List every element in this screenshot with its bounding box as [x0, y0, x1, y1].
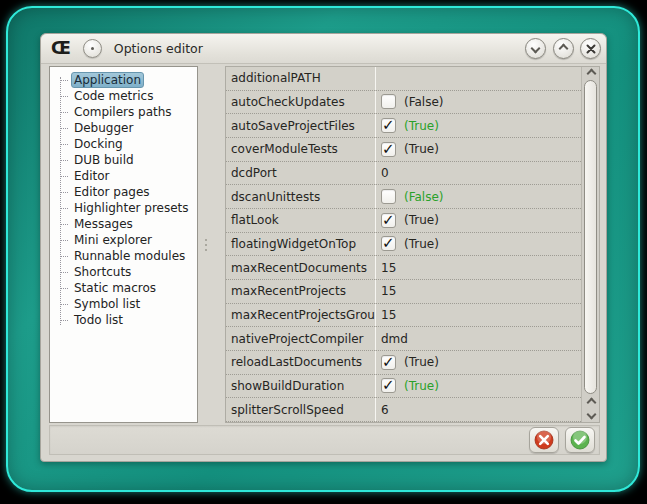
accept-button[interactable] [565, 427, 595, 453]
property-value[interactable]: (True) [375, 209, 581, 232]
tree-branch [60, 192, 68, 193]
sidebar-item-dub-build[interactable]: DUB build [50, 152, 197, 168]
scroll-up-button[interactable] [582, 67, 600, 80]
property-value[interactable]: (False) [375, 91, 581, 114]
table-row: splitterScrollSpeed 6 [226, 398, 581, 422]
table-row: autoSaveProjectFiles (True) [226, 114, 581, 138]
table-row: maxRecentDocuments 15 [226, 256, 581, 280]
property-name[interactable]: autoSaveProjectFiles [226, 119, 375, 133]
tree-branch [60, 160, 68, 161]
checkbox[interactable] [381, 355, 396, 370]
sidebar-item-editor-pages[interactable]: Editor pages [50, 184, 197, 200]
property-name[interactable]: maxRecentDocuments [226, 261, 375, 275]
property-value[interactable]: dmd [375, 327, 581, 350]
property-value[interactable]: (True) [375, 233, 581, 256]
sidebar-item-messages[interactable]: Messages [50, 216, 197, 232]
sidebar-item-todo-list[interactable]: Todo list [50, 312, 197, 328]
app-icon: Œ [51, 40, 71, 57]
checkbox[interactable] [381, 378, 396, 393]
table-row: showBuildDuration (True) [226, 375, 581, 399]
sidebar-item-code-metrics[interactable]: Code metrics [50, 88, 197, 104]
close-button[interactable] [580, 38, 601, 59]
table-row: flatLook (True) [226, 209, 581, 233]
scrollbar-thumb[interactable] [584, 80, 597, 394]
property-value[interactable]: 15 [375, 256, 581, 279]
tree-branch [60, 208, 68, 209]
sidebar-item-mini-explorer[interactable]: Mini explorer [50, 232, 197, 248]
close-icon [586, 44, 596, 54]
shade-button[interactable] [525, 38, 546, 59]
sidebar-item-highlighter-presets[interactable]: Highlighter presets [50, 200, 197, 216]
categories-tree[interactable]: Application Code metrics Compilers paths… [49, 66, 198, 423]
property-name[interactable]: autoCheckUpdates [226, 95, 375, 109]
property-value[interactable]: 15 [375, 304, 581, 327]
property-name[interactable]: splitterScrollSpeed [226, 403, 375, 417]
property-value[interactable]: (True) [375, 351, 581, 374]
checkbox[interactable] [381, 189, 396, 204]
menu-dot-icon [91, 47, 94, 50]
options-editor-window: Œ Options editor Application Code metric… [40, 33, 607, 462]
sidebar-item-docking[interactable]: Docking [50, 136, 197, 152]
tree-branch [60, 256, 68, 257]
checkbox[interactable] [381, 94, 396, 109]
property-value[interactable]: (True) [375, 114, 581, 137]
sidebar-item-symbol-list[interactable]: Symbol list [50, 296, 197, 312]
property-name[interactable]: floatingWidgetOnTop [226, 237, 375, 251]
tree-branch [60, 128, 68, 129]
property-value[interactable]: 6 [375, 398, 581, 421]
sidebar-item-application[interactable]: Application [50, 72, 197, 88]
tree-branch [60, 176, 68, 177]
property-rows: additionalPATH autoCheckUpdates (False) … [226, 67, 581, 422]
sidebar-item-compilers-paths[interactable]: Compilers paths [50, 104, 197, 120]
sidebar-item-runnable-modules[interactable]: Runnable modules [50, 248, 197, 264]
tree-branch [60, 224, 68, 225]
grid-scrollbar[interactable] [581, 67, 599, 422]
property-name[interactable]: dscanUnittests [226, 190, 375, 204]
property-value[interactable]: (True) [375, 138, 581, 161]
table-row: reloadLastDocuments (True) [226, 351, 581, 375]
tree-branch [60, 240, 68, 241]
checkbox[interactable] [381, 213, 396, 228]
property-value[interactable]: (True) [375, 375, 581, 398]
property-value[interactable]: 0 [375, 162, 581, 185]
table-row: additionalPATH [226, 67, 581, 91]
property-name[interactable]: dcdPort [226, 166, 375, 180]
property-value[interactable] [375, 67, 581, 90]
chevron-up-icon [559, 44, 569, 54]
window-menu-button[interactable] [83, 39, 102, 58]
sidebar-item-static-macros[interactable]: Static macros [50, 280, 197, 296]
property-name[interactable]: nativeProjectCompiler [226, 332, 375, 346]
splitter-handle[interactable] [204, 239, 208, 251]
window-title: Options editor [114, 41, 203, 56]
checkbox[interactable] [381, 118, 396, 133]
property-value[interactable]: (False) [375, 185, 581, 208]
table-row: dcdPort 0 [226, 162, 581, 186]
titlebar[interactable]: Œ Options editor [41, 34, 606, 64]
sidebar-item-editor[interactable]: Editor [50, 168, 197, 184]
property-name[interactable]: coverModuleTests [226, 142, 375, 156]
screenshot-stage: Œ Options editor Application Code metric… [0, 0, 647, 504]
property-name[interactable]: maxRecentProjectsGrou [226, 308, 375, 322]
chevron-down-icon [531, 44, 541, 54]
property-grid: additionalPATH autoCheckUpdates (False) … [225, 66, 600, 423]
property-name[interactable]: reloadLastDocuments [226, 355, 375, 369]
table-row: maxRecentProjectsGrou 15 [226, 304, 581, 328]
checkbox[interactable] [381, 142, 396, 157]
property-name[interactable]: flatLook [226, 213, 375, 227]
property-name[interactable]: additionalPATH [226, 71, 375, 85]
footer-bar [49, 425, 600, 455]
chevron-down-icon [586, 410, 596, 420]
sidebar-item-debugger[interactable]: Debugger [50, 120, 197, 136]
property-value[interactable]: 15 [375, 280, 581, 303]
property-name[interactable]: maxRecentProjects [226, 284, 375, 298]
property-name[interactable]: showBuildDuration [226, 379, 375, 393]
table-row: coverModuleTests (True) [226, 138, 581, 162]
scroll-down-button[interactable] [582, 408, 600, 421]
unshade-button[interactable] [553, 38, 574, 59]
checkbox[interactable] [381, 236, 396, 251]
cancel-button[interactable] [529, 427, 559, 453]
sidebar-item-shortcuts[interactable]: Shortcuts [50, 264, 197, 280]
tree-branch [60, 320, 68, 321]
cancel-icon [534, 430, 554, 450]
table-row: dscanUnittests (False) [226, 185, 581, 209]
